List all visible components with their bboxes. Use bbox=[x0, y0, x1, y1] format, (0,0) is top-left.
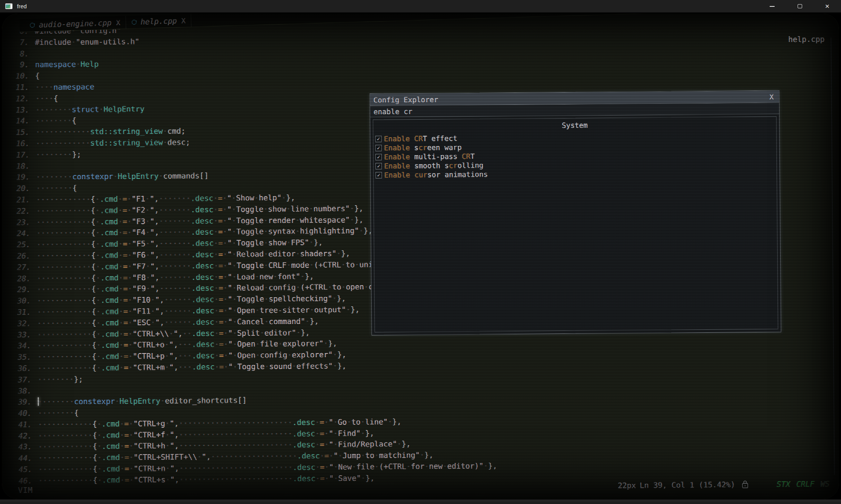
maximize-icon bbox=[798, 4, 802, 8]
tab-close-icon[interactable]: X bbox=[116, 18, 120, 26]
code-text bbox=[30, 161, 36, 171]
line-number: 36. bbox=[14, 363, 31, 374]
window-titlebar: fred ✕ bbox=[0, 0, 841, 12]
minimize-button[interactable] bbox=[758, 0, 786, 12]
checkbox-checked-icon[interactable]: ✓ bbox=[375, 154, 382, 160]
line-number: 43. bbox=[15, 442, 32, 453]
line-number: 27. bbox=[13, 262, 31, 273]
config-explorer-title: Config Explorer bbox=[374, 95, 438, 104]
code-text: ············{·.cmd·=·"F10·",······.desc·… bbox=[31, 294, 346, 306]
checkbox-checked-icon[interactable]: ✓ bbox=[375, 144, 382, 151]
code-text: ············{·.cmd·=·"CTRL+h·",·········… bbox=[32, 439, 411, 452]
line-number: 42. bbox=[15, 430, 32, 442]
config-section-header: System bbox=[373, 120, 776, 131]
line-number: 29. bbox=[14, 284, 31, 295]
config-option-label: Enable smooth scrolling bbox=[384, 161, 483, 170]
line-number: 28. bbox=[13, 273, 31, 284]
code-text: ············std::string_view·desc; bbox=[30, 138, 191, 148]
line-number: 11. bbox=[12, 82, 29, 93]
line-number: 14. bbox=[12, 116, 29, 127]
code-text: ········}; bbox=[30, 150, 81, 159]
line-number: 9. bbox=[12, 60, 29, 71]
config-option-label: Enable screen warp bbox=[384, 143, 462, 152]
line-number: 44. bbox=[15, 453, 32, 464]
code-text bbox=[29, 49, 35, 58]
code-text: ············{·.cmd·=·"CTRL+g·",·········… bbox=[32, 417, 401, 429]
tab-close-icon[interactable]: X bbox=[181, 17, 185, 25]
code-text: ············{·.cmd·=·"F5·",·······.desc·… bbox=[31, 238, 323, 249]
line-number: 15. bbox=[12, 127, 29, 138]
code-text: ········constexpr·HelpEntry·commands[] bbox=[30, 171, 209, 182]
app-icon bbox=[5, 3, 12, 9]
config-search-value: enable cr bbox=[374, 107, 412, 116]
editor-mode-indicator: VIM bbox=[18, 486, 33, 495]
code-text: ············{·.cmd·=·"F6·",·······.desc·… bbox=[31, 249, 350, 260]
close-button[interactable]: ✕ bbox=[813, 0, 841, 12]
code-text: ············{·.cmd·=·"CTRL+SHIFT+\\·",··… bbox=[32, 450, 434, 463]
config-option-label: Enable cursor animations bbox=[384, 170, 488, 179]
code-text: ············{·.cmd·=·"CTRL+o·",···.desc·… bbox=[31, 339, 337, 350]
checkbox-checked-icon[interactable]: ✓ bbox=[375, 172, 382, 178]
line-number: 38. bbox=[14, 386, 32, 397]
tab-help[interactable]: help.cpp X bbox=[126, 14, 191, 29]
code-text: ············{·.cmd·=·"F8·",·······.desc·… bbox=[31, 272, 314, 283]
line-number: 34. bbox=[14, 340, 31, 352]
tab-label: audio-engine.cpp bbox=[39, 18, 112, 29]
font-size-indicator: 22px bbox=[618, 481, 636, 490]
line-number: 41. bbox=[14, 419, 32, 430]
line-number: 10. bbox=[12, 71, 29, 82]
code-text: #include·"enum-utils.h" bbox=[29, 37, 139, 47]
tab-audio-engine[interactable]: audio-engine.cpp X bbox=[24, 16, 126, 32]
line-number: 25. bbox=[13, 239, 31, 250]
code-text: ············{·.cmd·=·"F9·",·······.desc·… bbox=[31, 282, 387, 294]
line-number: 23. bbox=[13, 217, 30, 228]
line-number: 19. bbox=[12, 172, 30, 183]
config-explorer-panel: Config Explorer X enable cr System ✓Enab… bbox=[370, 91, 781, 336]
line-number: 31. bbox=[14, 307, 31, 318]
lock-icon bbox=[741, 479, 749, 489]
line-number: 13. bbox=[12, 104, 29, 116]
code-text: ············{·.cmd·=·"CTRL+\\·",··.desc·… bbox=[31, 328, 310, 339]
line-number: 32. bbox=[14, 318, 31, 329]
maximize-button[interactable] bbox=[786, 0, 813, 12]
line-ending-indicator[interactable]: CRLF bbox=[796, 479, 814, 488]
window-title: fred bbox=[17, 3, 27, 9]
line-number: 7. bbox=[11, 37, 29, 48]
code-text: ············{·.cmd·=·"F3·",·······.desc·… bbox=[30, 215, 363, 227]
code-text: ············{·.cmd·=·"F11·",······.desc·… bbox=[31, 305, 360, 317]
config-explorer-close-icon[interactable]: X bbox=[769, 93, 774, 101]
line-number: 33. bbox=[14, 329, 31, 341]
code-text: ········{ bbox=[30, 183, 77, 193]
minimize-icon bbox=[770, 6, 775, 7]
whitespace-indicator[interactable]: WS bbox=[821, 479, 830, 488]
cpp-file-icon bbox=[29, 22, 36, 28]
line-number: 45. bbox=[15, 464, 32, 475]
code-text: ········{ bbox=[29, 116, 77, 126]
window-frame-bottom bbox=[0, 499, 841, 502]
code-text: ········struct·HelpEntry bbox=[29, 104, 145, 114]
code-text: ············{·.cmd·=·"F4·",·······.desc·… bbox=[30, 226, 372, 238]
checkbox-checked-icon[interactable]: ✓ bbox=[375, 163, 382, 169]
code-text: namespace·Help bbox=[29, 60, 99, 69]
code-text: ····{ bbox=[29, 94, 58, 103]
tab-label: help.cpp bbox=[140, 16, 177, 26]
code-text: ············{·.cmd·=·"CTRL+m·",···.desc·… bbox=[31, 361, 346, 373]
crt-screen: 6.#include·"config.h"7.#include·"enum-ut… bbox=[0, 12, 841, 502]
config-option-listbox: System ✓Enable CRT effect✓Enable screen … bbox=[373, 117, 778, 332]
config-explorer-body: System ✓Enable CRT effect✓Enable screen … bbox=[370, 115, 781, 335]
checkbox-checked-icon[interactable]: ✓ bbox=[375, 135, 381, 142]
code-text: ············{·.cmd·=·"F2·",·······.desc·… bbox=[30, 204, 363, 215]
code-text: ············{·.cmd·=·"F7·",·······.desc·… bbox=[31, 260, 387, 271]
line-number: 40. bbox=[14, 408, 32, 419]
code-text: ········{ bbox=[32, 408, 79, 418]
encoding-indicator[interactable]: STX bbox=[776, 479, 790, 489]
line-number: 16. bbox=[12, 138, 30, 149]
current-file-label: help.cpp bbox=[788, 35, 825, 44]
code-text: ············{·.cmd·=·"F1·",·······.desc·… bbox=[30, 193, 295, 204]
cursor-position-indicator: Ln 39, Col 1 (15.42%) bbox=[640, 480, 735, 490]
editor-screen: 6.#include·"config.h"7.#include·"enum-ut… bbox=[2, 14, 839, 499]
line-number: 39. bbox=[14, 396, 32, 408]
line-number: 21. bbox=[13, 194, 30, 206]
code-text: ····namespace bbox=[29, 82, 94, 92]
config-option-list: ✓Enable CRT effect✓Enable screen warp✓En… bbox=[373, 131, 776, 180]
